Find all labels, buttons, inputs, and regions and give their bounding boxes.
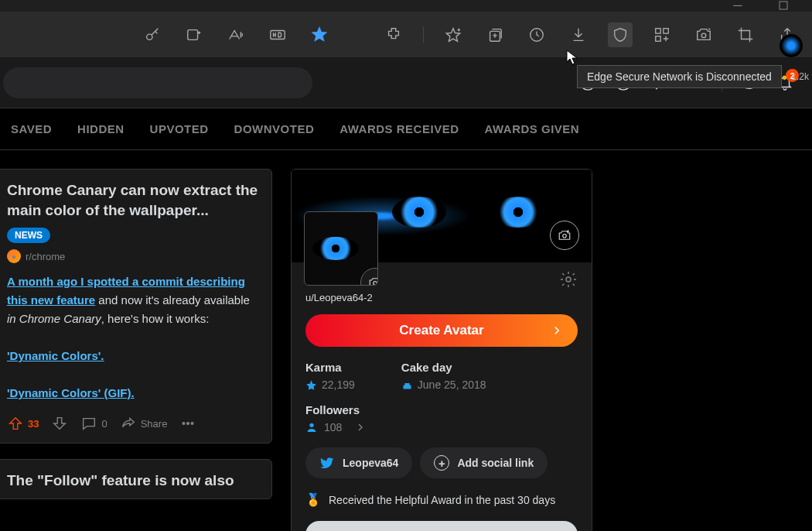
profile-tabs: SAVED HIDDEN UPVOTED DOWNVOTED AWARDS RE… (0, 108, 812, 150)
tab-hidden[interactable]: HIDDEN (77, 122, 125, 135)
profile-avatar[interactable] (304, 211, 378, 286)
tab-awards-given[interactable]: AWARDS GIVEN (484, 122, 579, 135)
more-button[interactable] (179, 415, 196, 432)
twitter-icon (319, 455, 335, 471)
read-aloud-icon[interactable] (223, 22, 248, 47)
history-icon[interactable] (524, 22, 549, 47)
achievement-row: 🏅 Received the Helpful Award in the past… (305, 492, 578, 507)
svg-rect-0 (780, 2, 787, 9)
post-card[interactable]: The "Follow" feature is now also (0, 459, 272, 499)
maximize-icon[interactable] (778, 0, 789, 11)
tooltip: Edge Secure Network is Disconnected (577, 65, 782, 88)
upvote-button[interactable]: 33 (7, 415, 39, 432)
svg-rect-6 (656, 28, 660, 33)
downloads-icon[interactable] (566, 22, 591, 47)
subreddit-row[interactable]: ● r/chrome (7, 249, 261, 263)
svg-point-1 (147, 34, 152, 39)
collections-icon[interactable] (483, 22, 507, 47)
content-area: Chrome Canary can now extract the main c… (0, 150, 812, 531)
post-title: The "Follow" feature is now also (7, 471, 261, 491)
cakeday-label: Cake day (401, 361, 486, 374)
svg-rect-7 (664, 28, 668, 33)
followers-label: Followers (305, 403, 578, 416)
followers-row[interactable]: 108 (305, 421, 578, 433)
shield-icon[interactable] (608, 22, 633, 47)
apps-icon[interactable] (650, 22, 674, 47)
subreddit-icon: ● (7, 249, 21, 263)
award-icon: 🏅 (305, 492, 321, 507)
svg-point-18 (563, 235, 567, 238)
tab-saved[interactable]: SAVED (11, 122, 52, 135)
profile-card: u/Leopeva64-2 Create Avatar Karma 22,199… (291, 169, 592, 531)
svg-point-20 (566, 277, 571, 282)
coins-value-short: 1.2k (791, 71, 809, 82)
comments-button[interactable]: 0 (80, 415, 107, 432)
svg-point-19 (374, 282, 377, 286)
add-tab-icon[interactable] (182, 22, 206, 47)
post-link[interactable]: 'Dynamic Colors' (GIF). (7, 386, 135, 399)
extensions-icon[interactable] (381, 22, 406, 47)
plus-icon: + (434, 455, 449, 471)
screenshot-icon[interactable] (691, 22, 716, 47)
flair-pill[interactable]: NEWS (7, 228, 50, 243)
social-link-twitter[interactable]: Leopeva64 (305, 447, 412, 478)
add-social-link-button[interactable]: + Add social link (420, 447, 548, 478)
new-post-button[interactable]: New Post (305, 521, 578, 531)
svg-point-9 (701, 33, 706, 38)
share-button[interactable]: Share (120, 415, 168, 432)
karma-value: 22,199 (322, 379, 355, 391)
person-icon (305, 421, 318, 433)
key-icon[interactable] (140, 22, 165, 47)
create-avatar-button[interactable]: Create Avatar (305, 314, 578, 347)
tab-upvoted[interactable]: UPVOTED (150, 122, 209, 135)
minimize-icon[interactable]: ─ (732, 0, 743, 11)
profile-banner (292, 170, 592, 262)
camera-icon[interactable] (550, 221, 579, 250)
svg-point-17 (192, 423, 194, 425)
favorite-star-icon[interactable] (307, 22, 332, 47)
search-input[interactable] (3, 67, 312, 98)
svg-point-21 (309, 423, 313, 427)
svg-rect-2 (188, 29, 198, 39)
window-titlebar: ─ (0, 0, 812, 12)
coin-small-icon: ● (781, 71, 787, 83)
karma-label: Karma (305, 361, 355, 374)
followers-value: 108 (324, 421, 342, 433)
tab-downvoted[interactable]: DOWNVOTED (234, 122, 315, 135)
svg-rect-8 (656, 36, 660, 40)
tab-awards-received[interactable]: AWARDS RECEIVED (339, 122, 459, 135)
favorites-icon[interactable] (441, 22, 466, 47)
subreddit-name: r/chrome (26, 251, 65, 262)
cakeday-value: June 25, 2018 (418, 379, 486, 391)
chevron-right-icon (550, 324, 564, 337)
gear-icon[interactable] (559, 270, 578, 289)
post-actions: 33 0 Share (7, 415, 261, 432)
karma-icon (305, 379, 317, 391)
camera-icon[interactable] (360, 268, 378, 286)
browser-toolbar (0, 12, 812, 58)
hd-icon[interactable] (265, 22, 290, 47)
username: u/Leopeva64-2 (305, 292, 578, 303)
profile-avatar-icon[interactable] (780, 34, 803, 57)
post-link[interactable]: 'Dynamic Colors'. (7, 349, 104, 362)
chevron-right-icon (354, 421, 367, 433)
crop-icon[interactable] (733, 22, 758, 47)
svg-point-16 (187, 423, 189, 425)
post-title: Chrome Canary can now extract the main c… (7, 180, 261, 220)
cake-icon (401, 379, 413, 391)
toolbar-divider (423, 26, 424, 43)
post-card[interactable]: Chrome Canary can now extract the main c… (0, 169, 272, 444)
post-body: A month ago I spotted a commit describin… (7, 272, 261, 403)
svg-rect-3 (271, 30, 285, 39)
downvote-button[interactable] (51, 415, 68, 432)
svg-point-15 (183, 423, 186, 425)
